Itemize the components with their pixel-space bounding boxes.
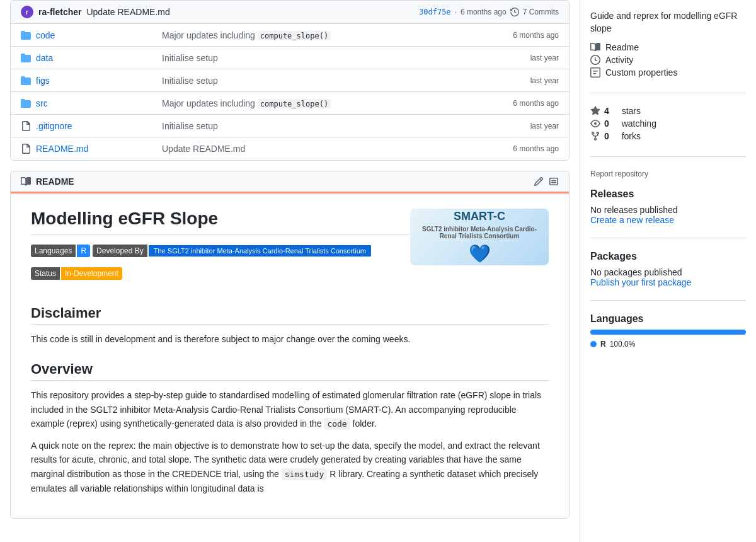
lang-name: R (600, 340, 606, 349)
file-name[interactable]: figs (36, 76, 162, 86)
file-row: figs Initialise setup last year (11, 69, 569, 92)
stars-link[interactable]: 4 stars (604, 106, 641, 116)
watching-label: watching (622, 118, 656, 129)
readme-link-label: Readme (605, 42, 639, 52)
file-message: Update README.md (162, 144, 471, 154)
file-message-code: compute_slope() (258, 31, 331, 40)
languages-badge: Languages R (31, 245, 90, 257)
disclaimer-text: This code is still in development and is… (31, 332, 549, 346)
folder-icon (21, 98, 31, 108)
languages-section: Languages R 100.0% (590, 313, 746, 361)
sidebar: Guide and reprex for modelling eGFR slop… (580, 0, 756, 542)
publish-package-link[interactable]: Publish your first package (590, 277, 691, 287)
report-repository-link[interactable]: Report repository (590, 170, 746, 178)
file-row: src Major updates including compute_slop… (11, 92, 569, 115)
sidebar-custom-props-link[interactable]: Custom properties (590, 67, 746, 78)
file-row: .gitignore Initialise setup last year (11, 115, 569, 137)
file-date: last year (471, 122, 559, 130)
overview-heading: Overview (31, 361, 549, 381)
commits-count: 7 Commits (523, 8, 559, 16)
watching-link[interactable]: 0 watching (604, 118, 656, 129)
watching-stat: 0 watching (590, 118, 746, 129)
readme-actions (534, 176, 559, 187)
star-icon (590, 106, 600, 116)
developed-badge-label: Developed By (93, 245, 147, 257)
commits-link[interactable]: 7 Commits (523, 8, 559, 16)
logo-title: SMART-C (454, 210, 505, 223)
readme-title: README (21, 176, 74, 187)
custom-props-link-label: Custom properties (605, 67, 677, 78)
file-name[interactable]: src (36, 98, 162, 108)
commit-author-info: r ra-fletcher Update README.md (21, 6, 170, 18)
overview-p1: This repository provides a step-by-step … (31, 388, 549, 431)
file-message-code: compute_slope() (258, 99, 331, 108)
status-badge: Status In-Development (31, 267, 122, 280)
commit-hash[interactable]: 30df75e (419, 8, 451, 16)
language-bar (590, 330, 746, 335)
file-date: last year (471, 76, 559, 85)
no-packages-text: No packages published (590, 267, 746, 277)
activity-link-label: Activity (605, 55, 633, 65)
history-icon (510, 8, 519, 16)
forks-stat: 0 forks (590, 131, 746, 141)
commit-message: Update README.md (86, 7, 169, 17)
file-doc-icon (21, 144, 31, 154)
developed-badge: Developed By The SGLT2 inhibitor Meta-An… (93, 245, 371, 257)
readme-section: README SMART-C SGLT2 inhibitor Meta-Anal… (10, 171, 570, 519)
status-badges: Status In-Development (31, 267, 395, 280)
sidebar-activity-link[interactable]: Activity (590, 55, 746, 65)
folder-icon (21, 30, 31, 40)
lang-dot (590, 341, 597, 347)
sidebar-stats-section: 4 stars 0 watching 0 forks (590, 106, 746, 157)
logo-image: SMART-C SGLT2 inhibitor Meta-Analysis Ca… (410, 209, 549, 265)
status-badge-value: In-Development (61, 267, 122, 280)
edit-icon[interactable] (534, 176, 544, 187)
repo-description: Guide and reprex for modelling eGFR slop… (590, 10, 746, 35)
developed-badge-value: The SGLT2 inhibitor Meta-Analysis Cardio… (149, 245, 371, 257)
file-row: code Major updates including compute_slo… (11, 24, 569, 47)
sidebar-header: Guide and reprex for modelling eGFR slop… (590, 0, 746, 35)
file-name[interactable]: .gitignore (36, 121, 162, 131)
sidebar-readme-link[interactable]: Readme (590, 42, 746, 52)
avatar: r (21, 6, 33, 18)
disclaimer-heading: Disclaimer (31, 305, 549, 325)
file-message: Major updates including compute_slope() (162, 30, 471, 40)
file-date: 6 months ago (471, 144, 559, 153)
toc-icon[interactable] (549, 176, 559, 187)
releases-title: Releases (590, 188, 746, 200)
create-release-link[interactable]: Create a new release (590, 215, 674, 225)
languages-badge-label: Languages (31, 245, 76, 257)
stars-count: 4 (604, 106, 609, 116)
forks-count: 0 (604, 131, 609, 141)
logo-heart-icon: 💙 (469, 243, 491, 264)
eye-icon (590, 118, 600, 129)
packages-section: Packages No packages published Publish y… (590, 251, 746, 301)
book-icon (21, 176, 31, 187)
sidebar-nav-section: Readme Activity Custom properties (590, 42, 746, 93)
commit-meta: 30df75e · 6 months ago 7 Commits (419, 8, 559, 16)
readme-header: README (11, 171, 569, 193)
readme-label: README (36, 176, 74, 187)
file-name[interactable]: README.md (36, 144, 162, 154)
commit-username[interactable]: ra-fletcher (38, 7, 81, 17)
file-message: Major updates including compute_slope() (162, 98, 471, 108)
folder-icon (21, 53, 31, 63)
custom-props-icon (590, 67, 600, 78)
fork-icon (590, 131, 600, 141)
file-name[interactable]: code (36, 30, 162, 40)
stars-stat: 4 stars (590, 106, 746, 116)
forks-link[interactable]: 0 forks (604, 131, 641, 141)
file-message: Initialise setup (162, 121, 471, 131)
languages-badge-value: R (77, 245, 90, 257)
commit-header: r ra-fletcher Update README.md 30df75e ·… (11, 1, 569, 24)
status-badge-label: Status (31, 267, 60, 280)
logo-subtitle: SGLT2 inhibitor Meta-Analysis Cardio-Ren… (415, 226, 544, 239)
stars-label: stars (622, 106, 641, 116)
logo-area: SMART-C SGLT2 inhibitor Meta-Analysis Ca… (410, 209, 549, 265)
forks-label: forks (622, 131, 641, 141)
no-releases-text: No releases published (590, 205, 746, 215)
simstudy-code: simstudy (282, 468, 328, 480)
file-name[interactable]: data (36, 53, 162, 63)
readme-body: SMART-C SGLT2 inhibitor Meta-Analysis Ca… (11, 193, 569, 518)
languages-title: Languages (590, 313, 746, 325)
